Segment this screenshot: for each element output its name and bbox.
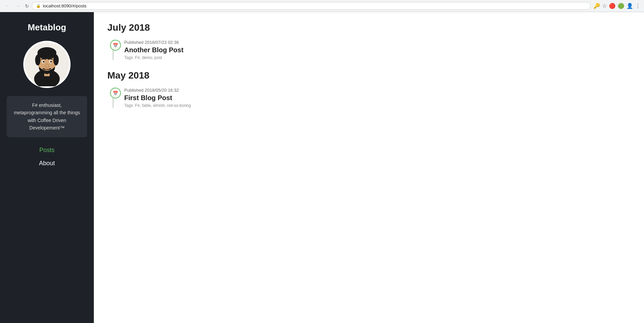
lock-icon: 🔒	[36, 4, 41, 8]
sidebar-nav: Posts About	[7, 147, 87, 167]
avatar-svg	[25, 42, 69, 86]
menu-button[interactable]: ⋮	[635, 3, 641, 9]
month-section-july: July 2018 📅 Published 2018/07/23 02:36 A…	[107, 22, 630, 60]
app-container: Metablog	[0, 12, 644, 323]
post-tags: Tags: F#, fable, elmish, not-so-boring	[124, 103, 630, 108]
key-icon-button[interactable]: 🔑	[593, 3, 600, 9]
post-title[interactable]: First Blog Post	[124, 94, 630, 102]
main-content: July 2018 📅 Published 2018/07/23 02:36 A…	[94, 12, 644, 323]
reload-button[interactable]: ↻	[25, 3, 29, 9]
svg-point-10	[43, 61, 45, 63]
month-heading-july: July 2018	[107, 22, 630, 33]
url-text: localhost:8090/#/posts	[43, 3, 86, 8]
month-section-may: May 2018 📅 Published 2018/05/20 16:32 Fi…	[107, 70, 630, 108]
browser-actions: 🔑 ☆ 🔴 🟢 👤 ⋮	[593, 3, 641, 9]
address-bar[interactable]: 🔒 localhost:8090/#/posts	[32, 2, 591, 10]
profile-icon[interactable]: 👤	[626, 3, 633, 9]
calendar-icon: 📅	[110, 88, 121, 98]
back-button[interactable]: ←	[3, 2, 11, 10]
site-title: Metablog	[28, 22, 66, 33]
forward-button[interactable]: →	[14, 2, 22, 10]
svg-point-6	[35, 55, 41, 65]
calendar-icon: 📅	[110, 40, 121, 51]
timeline-item: 📅 Published 2018/05/20 16:32 First Blog …	[124, 88, 630, 108]
post-date: Published 2018/07/23 02:36	[124, 40, 630, 45]
sidebar: Metablog	[0, 12, 94, 323]
nav-posts[interactable]: Posts	[39, 147, 54, 154]
post-title[interactable]: Another Blog Post	[124, 46, 630, 54]
timeline-item: 📅 Published 2018/07/23 02:36 Another Blo…	[124, 40, 630, 60]
addon-icon-2[interactable]: 🟢	[618, 3, 624, 9]
timeline-may: 📅 Published 2018/05/20 16:32 First Blog …	[107, 88, 630, 108]
timeline-july: 📅 Published 2018/07/23 02:36 Another Blo…	[107, 40, 630, 60]
post-date: Published 2018/05/20 16:32	[124, 88, 630, 93]
svg-point-5	[37, 50, 56, 59]
post-tags: Tags: F#, demo, post	[124, 55, 630, 60]
svg-point-7	[53, 55, 59, 65]
month-heading-may: May 2018	[107, 70, 630, 81]
avatar	[23, 41, 71, 88]
svg-point-11	[50, 61, 52, 63]
addon-icon-1[interactable]: 🔴	[609, 3, 616, 9]
browser-chrome: ← → ↻ 🔒 localhost:8090/#/posts 🔑 ☆ 🔴 🟢 👤…	[0, 0, 644, 12]
nav-about[interactable]: About	[39, 160, 55, 167]
sidebar-bio: F# enthusiast, metaprogramming all the t…	[7, 96, 87, 137]
star-button[interactable]: ☆	[602, 3, 607, 9]
